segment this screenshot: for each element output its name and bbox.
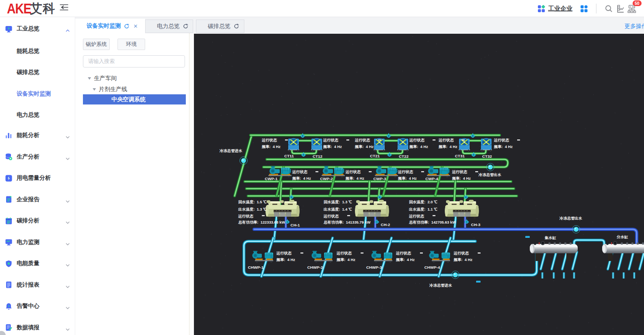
svg-text:频率: 4 Hz: 频率: 4 Hz	[276, 257, 295, 262]
svg-text:出水温度: 1.3 ℃: 出水温度: 1.3 ℃	[238, 207, 267, 211]
svg-text:频率: 4 Hz: 频率: 4 Hz	[398, 176, 417, 181]
svg-text:运行状态: 运行状态	[409, 138, 425, 142]
svg-text:CWP-2: CWP-2	[320, 176, 333, 181]
svg-text:出水温度: 1.1 ℃: 出水温度: 1.1 ℃	[409, 207, 437, 211]
svg-text:CHWP-2: CHWP-2	[307, 265, 323, 270]
svg-text:频率: 4 Hz: 频率: 4 Hz	[438, 144, 457, 149]
svg-text:回水温度: 1.3 ℃: 回水温度: 1.3 ℃	[324, 200, 352, 204]
svg-text:CH-2: CH-2	[381, 222, 390, 227]
svg-text:总有功功率: 142705.63 kW: 总有功功率: 142705.63 kW	[409, 220, 456, 224]
svg-text:频率: 4 Hz: 频率: 4 Hz	[355, 144, 374, 149]
svg-text:集水缸: 集水缸	[544, 236, 556, 240]
svg-text:运行状态: 运行状态	[452, 170, 468, 174]
svg-text:CH-1: CH-1	[291, 223, 300, 227]
svg-text:冷冻总管出水: 冷冻总管出水	[479, 173, 501, 177]
svg-text:频率: 4 Hz: 频率: 4 Hz	[453, 257, 472, 262]
svg-text:CH-3: CH-3	[471, 222, 481, 227]
svg-text:CT12: CT12	[313, 154, 323, 159]
svg-text:运行状态: 运行状态	[438, 138, 454, 142]
svg-text:总有功功率: 141335.79 kW: 总有功功率: 141335.79 kW	[323, 220, 370, 224]
svg-text:运行状态: 运行状态	[292, 170, 308, 174]
svg-text:冷冻总管进水: 冷冻总管进水	[429, 283, 452, 287]
svg-text:频率: 4 Hz: 频率: 4 Hz	[336, 257, 355, 262]
svg-text:冷冻总管出水: 冷冻总管出水	[559, 216, 582, 220]
svg-text:运行状态: 运行状态	[276, 251, 292, 255]
svg-text:CT21: CT21	[370, 154, 380, 158]
svg-text:运行状态: 运行状态	[409, 214, 424, 218]
svg-text:频率: 4 Hz: 频率: 4 Hz	[409, 144, 428, 149]
svg-text:运行状态: 运行状态	[355, 138, 370, 142]
svg-text:频率: 4 Hz: 频率: 4 Hz	[345, 176, 364, 181]
svg-text:运行状态: 运行状态	[336, 251, 352, 255]
svg-text:运行状态: 运行状态	[323, 214, 339, 218]
svg-text:运行状态: 运行状态	[345, 170, 361, 174]
svg-text:运行状态: 运行状态	[396, 251, 411, 255]
svg-text:频率: 4 Hz: 频率: 4 Hz	[292, 176, 311, 181]
svg-text:频率: 4 Hz: 频率: 4 Hz	[494, 144, 513, 149]
svg-text:CWP-1: CWP-1	[265, 176, 278, 181]
svg-text:CHWP-1: CHWP-1	[248, 265, 264, 270]
svg-text:运行状态: 运行状态	[494, 138, 509, 142]
svg-text:CHWP-3: CHWP-3	[366, 265, 382, 270]
svg-text:总有功功率: 122333.68 kW: 总有功功率: 122333.68 kW	[238, 220, 285, 224]
svg-text:分水缸: 分水缸	[616, 235, 628, 239]
svg-text:运行状态: 运行状态	[261, 138, 277, 142]
svg-text:CT22: CT22	[399, 154, 409, 159]
svg-text:CT31: CT31	[455, 154, 465, 158]
svg-text:回水温度: 2.0 ℃: 回水温度: 2.0 ℃	[409, 200, 437, 204]
svg-text:回水温度: 1.5 ℃: 回水温度: 1.5 ℃	[238, 200, 267, 204]
svg-text:频率: 4 Hz: 频率: 4 Hz	[323, 144, 342, 149]
svg-text:运行状态: 运行状态	[238, 214, 254, 218]
svg-text:CT11: CT11	[284, 154, 294, 158]
svg-text:运行状态: 运行状态	[323, 138, 339, 142]
svg-text:CWP-4: CWP-4	[425, 176, 438, 181]
svg-text:频率: 4 Hz: 频率: 4 Hz	[452, 176, 471, 181]
svg-text:频率: 4 Hz: 频率: 4 Hz	[396, 257, 415, 262]
svg-text:运行状态: 运行状态	[453, 251, 469, 255]
svg-text:频率: 4 Hz: 频率: 4 Hz	[261, 144, 281, 149]
svg-text:冷冻总管进水: 冷冻总管进水	[220, 149, 242, 153]
svg-text:CWP-3: CWP-3	[373, 176, 386, 181]
svg-text:CHWP-4: CHWP-4	[424, 265, 440, 270]
svg-text:出水温度: 1.4 ℃: 出水温度: 1.4 ℃	[324, 207, 352, 211]
svg-text:运行状态: 运行状态	[398, 170, 413, 174]
svg-text:CT32: CT32	[482, 154, 492, 159]
